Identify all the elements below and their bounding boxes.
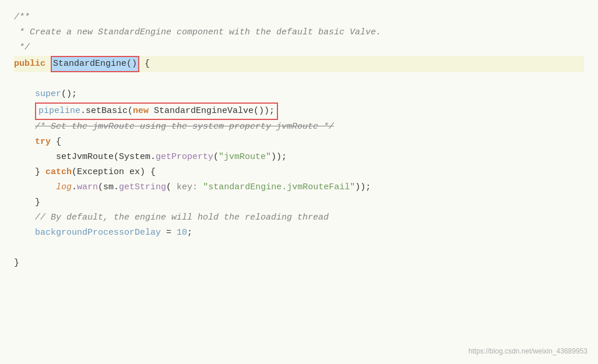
- code-container: /** * Create a new StandardEngine compon…: [0, 0, 598, 364]
- indent-6: [14, 165, 35, 179]
- line-comment-text: // By default, the engine will hold the …: [35, 211, 329, 225]
- pipeline-line-highlight: pipeline.setBasic(new StandardEngineValv…: [35, 103, 278, 120]
- watermark: https://blog.csdn.net/weixin_43689953: [469, 346, 588, 357]
- indent-9: [14, 211, 35, 225]
- delay-value: 10: [177, 226, 187, 240]
- final-brace: }: [14, 256, 19, 270]
- line-12: log . warn (sm. getString ( key: "standa…: [14, 181, 584, 196]
- warn-method: warn: [77, 181, 98, 195]
- line-1: /**: [14, 10, 584, 26]
- jvmroute-string: "jvmRoute": [219, 150, 271, 164]
- close-catch: }: [35, 196, 40, 210]
- line-9: try {: [14, 135, 584, 150]
- indent-1: [14, 87, 35, 101]
- semicolon: ;: [187, 226, 192, 240]
- dot1: .: [80, 106, 86, 116]
- pipeline-var: pipeline: [38, 106, 80, 116]
- get-property-close: ));: [271, 150, 287, 164]
- assign: =: [161, 226, 177, 240]
- set-jvm-call: setJvmRoute(System.: [56, 150, 156, 164]
- get-string-open: (: [166, 181, 177, 195]
- line-14: // By default, the engine will hold the …: [14, 211, 584, 226]
- space: [45, 57, 51, 71]
- super-paren: ();: [61, 87, 77, 101]
- line-7: pipeline.setBasic(new StandardEngineValv…: [14, 103, 584, 120]
- set-basic: setBasic(: [86, 106, 133, 116]
- super-call: super: [35, 87, 61, 101]
- space-key: [198, 181, 203, 195]
- indent-4: [14, 135, 35, 149]
- line-3: */: [14, 41, 584, 56]
- indent-7: [14, 181, 56, 195]
- keyword-public: public: [14, 57, 45, 71]
- line-8: /* Set the jmvRoute using the system pro…: [14, 120, 584, 135]
- line-16: [14, 241, 584, 256]
- comment-open: /**: [14, 10, 30, 24]
- key-string: "standardEngine.jvmRouteFail": [203, 181, 355, 195]
- bg-processor-var: backgroundProcessorDelay: [35, 226, 161, 240]
- line-10: setJvmRoute(System.getProperty("jvmRoute…: [14, 150, 584, 165]
- new-keyword: new: [133, 106, 149, 116]
- exception-type: (Exception ex) {: [72, 165, 156, 179]
- indent-3: [14, 120, 35, 134]
- strikethrough-comment: /* Set the jmvRoute using the system pro…: [35, 120, 334, 134]
- line-13: }: [14, 196, 584, 211]
- brace-open: {: [139, 57, 150, 71]
- line-17: }: [14, 256, 584, 271]
- space2: StandardEngineValve());: [149, 106, 275, 116]
- comment-close: */: [14, 41, 30, 55]
- close-try: }: [35, 165, 45, 179]
- log-var: log: [56, 181, 72, 195]
- catch-keyword: catch: [45, 165, 72, 179]
- indent-2: [14, 104, 35, 118]
- get-property-arg: (: [213, 150, 219, 164]
- line-6: super ();: [14, 87, 584, 103]
- warn-open: (sm.: [98, 181, 119, 195]
- line-5: [14, 72, 584, 87]
- line-4: public StandardEngine() {: [14, 56, 584, 72]
- key-label: key:: [177, 181, 198, 195]
- try-brace: {: [51, 135, 61, 149]
- get-property: getProperty: [156, 150, 213, 164]
- line-11: } catch (Exception ex) {: [14, 165, 584, 181]
- indent-8: [14, 196, 35, 210]
- line-15: backgroundProcessorDelay = 10 ;: [14, 226, 584, 241]
- indent-10: [14, 226, 35, 240]
- method-name-highlight: StandardEngine(): [51, 56, 139, 72]
- try-keyword: try: [35, 135, 51, 149]
- dot2: .: [72, 181, 77, 195]
- get-string-method: getString: [119, 181, 166, 195]
- warn-close: ));: [355, 181, 371, 195]
- line-2: * Create a new StandardEngine component …: [14, 26, 584, 41]
- indent-5: [14, 150, 56, 164]
- comment-text: * Create a new StandardEngine component …: [14, 26, 381, 40]
